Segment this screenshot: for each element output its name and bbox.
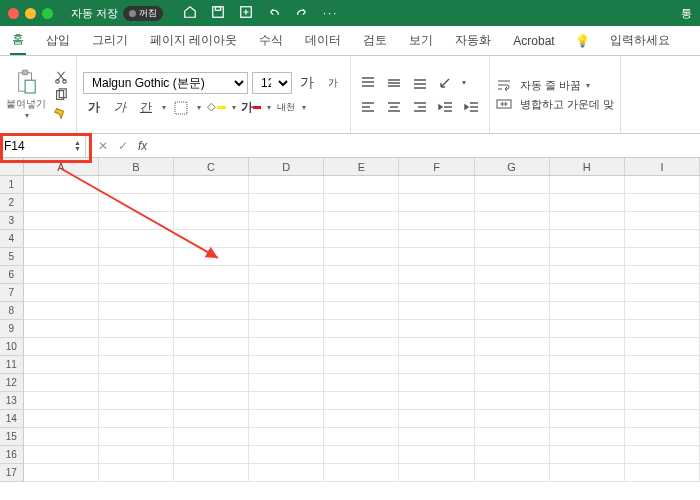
cell[interactable] [625, 464, 700, 482]
cell[interactable] [399, 410, 474, 428]
cell[interactable] [550, 284, 625, 302]
cell[interactable] [174, 464, 249, 482]
cell[interactable] [324, 464, 399, 482]
cell[interactable] [249, 302, 324, 320]
cell[interactable] [174, 230, 249, 248]
cell[interactable] [249, 356, 324, 374]
cell[interactable] [24, 320, 99, 338]
cell[interactable] [625, 212, 700, 230]
cell[interactable] [625, 428, 700, 446]
cell[interactable] [24, 266, 99, 284]
cell[interactable] [550, 320, 625, 338]
cell[interactable] [24, 248, 99, 266]
confirm-formula-icon[interactable]: ✓ [118, 139, 128, 153]
cell[interactable] [475, 320, 550, 338]
align-top-icon[interactable] [357, 73, 379, 93]
cell[interactable] [399, 446, 474, 464]
cell[interactable] [399, 464, 474, 482]
undo-icon[interactable] [267, 5, 281, 21]
cell[interactable] [399, 194, 474, 212]
format-painter-icon[interactable] [52, 105, 70, 121]
cell[interactable] [625, 320, 700, 338]
cell[interactable] [99, 338, 174, 356]
italic-button[interactable]: 가 [109, 98, 131, 118]
cell[interactable] [174, 410, 249, 428]
col-header[interactable]: D [249, 158, 324, 175]
shrink-font-button[interactable]: 가 [322, 73, 344, 93]
cell[interactable] [625, 194, 700, 212]
cell[interactable] [475, 194, 550, 212]
cell[interactable] [550, 248, 625, 266]
cell[interactable] [24, 212, 99, 230]
cell[interactable] [475, 392, 550, 410]
cell[interactable] [550, 230, 625, 248]
cell[interactable] [550, 176, 625, 194]
cell[interactable] [24, 428, 99, 446]
align-bottom-icon[interactable] [409, 73, 431, 93]
cell[interactable] [174, 320, 249, 338]
cell[interactable] [399, 428, 474, 446]
maximize-window-icon[interactable] [42, 8, 53, 19]
cell[interactable] [324, 248, 399, 266]
fill-color-button[interactable] [205, 98, 227, 118]
cell[interactable] [550, 374, 625, 392]
cell[interactable] [99, 248, 174, 266]
cell[interactable] [475, 212, 550, 230]
cell[interactable] [174, 194, 249, 212]
cell[interactable] [24, 464, 99, 482]
col-header[interactable]: G [475, 158, 550, 175]
cell[interactable] [550, 194, 625, 212]
border-button[interactable] [170, 98, 192, 118]
row-header[interactable]: 11 [0, 356, 24, 374]
cell[interactable] [99, 212, 174, 230]
select-all-corner[interactable] [0, 158, 24, 175]
tab-review[interactable]: 검토 [361, 27, 389, 54]
cell[interactable] [99, 356, 174, 374]
merge-center-button[interactable]: 병합하고 가운데 맞 [496, 97, 614, 112]
cell[interactable] [550, 428, 625, 446]
paste-button[interactable]: 붙여넣기 ▾ [6, 69, 46, 120]
save-icon[interactable] [211, 5, 225, 21]
cell[interactable] [249, 284, 324, 302]
cell[interactable] [249, 176, 324, 194]
cell[interactable] [249, 428, 324, 446]
row-header[interactable]: 4 [0, 230, 24, 248]
cell[interactable] [550, 356, 625, 374]
cell[interactable] [324, 392, 399, 410]
cell[interactable] [324, 230, 399, 248]
align-center-icon[interactable] [383, 97, 405, 117]
cell[interactable] [399, 212, 474, 230]
tab-automate[interactable]: 자동화 [453, 27, 493, 54]
cell[interactable] [475, 464, 550, 482]
cell[interactable] [174, 446, 249, 464]
cell[interactable] [249, 446, 324, 464]
cell[interactable] [625, 176, 700, 194]
cell[interactable] [475, 248, 550, 266]
cell[interactable] [249, 392, 324, 410]
cell[interactable] [174, 428, 249, 446]
cell[interactable] [550, 410, 625, 428]
minimize-window-icon[interactable] [25, 8, 36, 19]
save-as-icon[interactable] [239, 5, 253, 21]
cell[interactable] [99, 374, 174, 392]
cell[interactable] [550, 446, 625, 464]
cell[interactable] [249, 320, 324, 338]
col-header[interactable]: C [174, 158, 249, 175]
more-icon[interactable]: ··· [323, 7, 338, 19]
cell[interactable] [475, 446, 550, 464]
row-header[interactable]: 17 [0, 464, 24, 482]
row-header[interactable]: 7 [0, 284, 24, 302]
cell[interactable] [24, 392, 99, 410]
tab-view[interactable]: 보기 [407, 27, 435, 54]
decrease-indent-icon[interactable] [435, 97, 457, 117]
cell[interactable] [324, 374, 399, 392]
orientation-button[interactable] [435, 73, 457, 93]
cell[interactable] [24, 446, 99, 464]
cell[interactable] [399, 356, 474, 374]
cell[interactable] [249, 410, 324, 428]
cell[interactable] [475, 230, 550, 248]
cell[interactable] [625, 410, 700, 428]
row-header[interactable]: 10 [0, 338, 24, 356]
redo-icon[interactable] [295, 5, 309, 21]
cell[interactable] [324, 302, 399, 320]
